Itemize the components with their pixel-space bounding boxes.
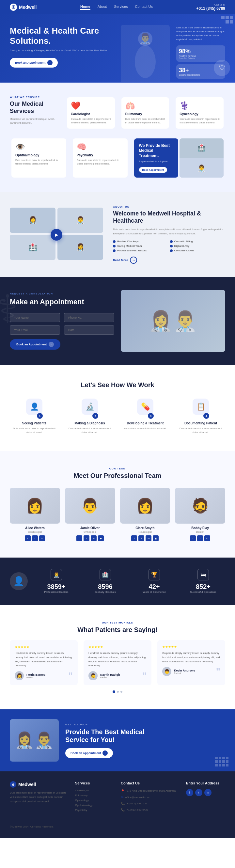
testi-name-2: Kevin Andrews [174, 669, 195, 672]
footer-service-4[interactable]: Psychiatry [75, 809, 114, 811]
testi-title: What Patients are Saying! [10, 626, 225, 633]
social-li-1[interactable]: in [91, 535, 97, 541]
social-fb-0[interactable]: f [25, 535, 31, 541]
footer-service-1[interactable]: Pulmonary [75, 794, 114, 797]
footer-social-li[interactable]: in [204, 789, 211, 796]
social-fb-1[interactable]: f [76, 535, 82, 541]
cta-label: GET IN TOUCH [65, 723, 225, 726]
social-yt-1[interactable]: ▶ [98, 535, 104, 541]
svg-text:👨‍⚕️: 👨‍⚕️ [139, 32, 152, 45]
team-name-1: Jamie Oliver [65, 526, 115, 530]
testi-stars-1: ★★★★★ [89, 645, 146, 649]
nav-logo[interactable]: Medwell [10, 4, 37, 11]
social-tw-1[interactable]: t [83, 535, 90, 541]
services-section: WHAT WE PROVIDE Our Medical Services Men… [0, 83, 235, 192]
about-feature-2: Caring Medical Team [113, 245, 168, 247]
hero-content: Medical & Health Care Solutions. Caring … [10, 23, 114, 68]
testi-dot-0[interactable] [112, 690, 115, 693]
team-name-2: Clare Smyth [120, 526, 170, 530]
appointment-email-input[interactable] [10, 326, 60, 335]
about-feature-1: Cosmetic Filling [170, 240, 225, 243]
about-read-more-button[interactable]: Read More → [113, 256, 137, 264]
footer-service-3[interactable]: Ophthalmology [75, 804, 114, 807]
testi-label: OUR TESTIMONIALS [10, 621, 225, 624]
service-cardiologist: ❤️ Cardiologist Duis aute irure dolor in… [67, 97, 115, 129]
doctors-value: 38+ [179, 67, 200, 74]
social-fb-2[interactable]: f [131, 535, 137, 541]
navbar: Medwell Home About Services Contact Us C… [0, 0, 235, 14]
service-name-0: Cardiologist [71, 112, 111, 116]
social-tw-2[interactable]: t [138, 535, 144, 541]
social-li-2[interactable]: in [145, 535, 152, 541]
cta-btn-arrow: → [102, 750, 108, 756]
cta-doctors-image: 👩‍⚕️👨‍⚕️ [10, 719, 59, 762]
service-name-3: Ophthalmology [15, 153, 62, 157]
testi-role-0: Patient [27, 676, 45, 679]
social-fb-3[interactable]: f [190, 535, 196, 541]
social-tw-0[interactable]: t [32, 535, 38, 541]
footer-about-text: Duis aute irure dolor in reprehenderit i… [10, 791, 69, 803]
footer-social-col: Enter Your Address f t in [186, 781, 225, 813]
appointment-section: REQUEST A CONSULTATION Make an Appointme… [0, 277, 235, 365]
footer-brand-name: Medwell [18, 782, 36, 787]
appointment-submit-button[interactable]: Book an Appointment → [10, 339, 60, 350]
testi-role-2: Patient [174, 672, 195, 675]
appointment-form: REQUEST A CONSULTATION Make an Appointme… [10, 292, 114, 349]
footer-social-tw[interactable]: t [195, 789, 202, 796]
footer-service-0[interactable]: Cardiologist [75, 789, 114, 792]
stat-item-3: 🛏 852+ Successful Operations [181, 569, 225, 593]
about-play-button[interactable]: ▶ [51, 229, 62, 241]
nav-home[interactable]: Home [80, 5, 91, 10]
social-tw-3[interactable]: t [197, 535, 203, 541]
team-title: Meet Our Professional Team [10, 472, 225, 479]
testimonials-pagination [10, 690, 225, 693]
service-ophthalmology: 👁️ Ophthalmology Duis aute irure dolor i… [11, 138, 66, 178]
about-content: ABOUT US Welcome to Medwell Hospital & H… [113, 205, 225, 264]
promo-book-button[interactable]: Book Appointment [139, 167, 167, 173]
footer-logo-icon: ⊕ [10, 781, 16, 788]
services-title: Our Medical Services [10, 100, 62, 115]
hero-cta-button[interactable]: Book an Appointment → [10, 58, 58, 68]
appointment-date-input[interactable] [64, 326, 114, 335]
service-name-4: Psychiatry [77, 153, 124, 157]
testi-dot-1[interactable] [117, 691, 119, 693]
nav-about[interactable]: About [98, 5, 107, 10]
appointment-label: REQUEST A CONSULTATION [10, 292, 114, 295]
doctors-label: Experienced Doctors [179, 74, 200, 76]
stats-logo: 👤 [10, 572, 28, 590]
about-feature-3: Digital X-Ray [170, 245, 225, 247]
about-img-3: 🏥 [10, 235, 56, 260]
appointment-phone-input[interactable] [64, 313, 114, 322]
about-description: Duis aute irure dolor in reprehenderit i… [113, 227, 225, 236]
team-name-0: Alice Waters [10, 526, 60, 530]
hero-section: Medical & Health Care Solutions. Caring … [0, 14, 235, 83]
stat-value-2: 42+ [132, 583, 176, 591]
social-li-3[interactable]: in [204, 535, 210, 541]
cta-button[interactable]: Book an Appointment → [65, 748, 113, 758]
social-ig-2[interactable]: ◉ [153, 535, 159, 541]
hero-stats: Duis aute irure dolor in reprehenderit i… [176, 23, 225, 79]
how-title: Let's See How We Work [10, 381, 225, 389]
how-step-desc-3: Duis aute irure dolor in reprehenderit d… [176, 427, 225, 434]
how-step-1: 🔬 2 Making a Diagnosis Duis aute irure d… [65, 399, 114, 434]
how-step-title-2: Developing a Treatment [121, 422, 170, 425]
stat-label-1: Globally Hospitals [83, 591, 127, 593]
footer-brand: ⊕ Medwell Duis aute irure dolor in repre… [10, 781, 69, 813]
footer-service-2[interactable]: Gynecology [75, 799, 114, 802]
hero-cta-label: Book an Appointment [15, 61, 45, 64]
footer-social-fb[interactable]: f [186, 789, 193, 796]
nav-services[interactable]: Services [114, 5, 128, 10]
testi-text-1: Hendrerit is simply dummy ipsum is simpl… [89, 651, 146, 668]
nav-links: Home About Services Contact Us [80, 5, 153, 10]
positive-sublabel: From Our Patients [179, 57, 223, 59]
social-li-0[interactable]: in [39, 535, 45, 541]
nav-contact[interactable]: Contact Us [135, 5, 153, 10]
read-more-circle: → [130, 256, 137, 264]
testi-dot-2[interactable] [121, 691, 123, 693]
appointment-name-input[interactable] [10, 313, 60, 322]
service-gynecology: ⚕️ Gynecology Your aute irure dolor in r… [176, 97, 224, 129]
stat-label-2: Years of Experience [132, 591, 176, 593]
stats-section: 👤 👨‍⚕️ 3859+ Professional Doctors 🏥 8596… [0, 558, 235, 605]
stat-value-3: 852+ [181, 583, 225, 591]
promo-title: We Provide Best Medical Treatment. [139, 143, 173, 159]
